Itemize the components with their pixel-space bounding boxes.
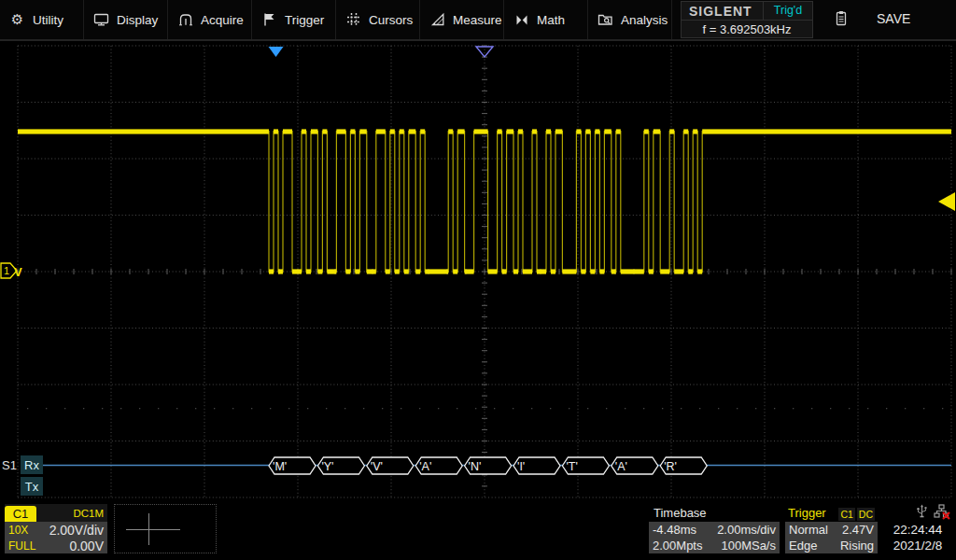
channel-panel-c1[interactable]: C1 DC1M 10X 2.00V/div FULL 0.00V xyxy=(5,504,107,553)
logo-row: SIGLENT Trig'd xyxy=(682,2,812,21)
save-label: SAVE xyxy=(877,11,910,26)
decode-frame-value: 'M' xyxy=(273,460,287,473)
trigger-slope: Rising xyxy=(840,539,874,553)
channel-coupling: DC1M xyxy=(73,508,107,519)
decode-frame-value: 'I' xyxy=(517,460,525,473)
brand-logo: SIGLENT xyxy=(682,4,763,19)
channel-badge[interactable]: C1 xyxy=(5,506,36,522)
grid-cursor-icon xyxy=(345,12,361,28)
status-bar: C1 DC1M 10X 2.00V/div FULL 0.00V Timebas… xyxy=(0,501,956,560)
horizontal-reference-marker xyxy=(476,47,493,57)
menu-item-analysis[interactable]: Analysis xyxy=(588,0,672,39)
trigger-source: C1 xyxy=(838,508,854,521)
bandwidth-limit: FULL xyxy=(8,539,35,553)
decode-frame: 'N' xyxy=(465,457,512,474)
timebase-title: Timebase xyxy=(649,504,780,522)
crosshair-icon xyxy=(126,529,180,530)
menu-item-math[interactable]: Math xyxy=(504,0,588,39)
decode-frame: 'A' xyxy=(612,457,658,474)
empty-channel-slot[interactable] xyxy=(114,504,217,553)
menu-item-display[interactable]: Display xyxy=(84,0,168,39)
timebase-panel[interactable]: Timebase -4.48ms 2.00ms/div 2.00Mpts 100… xyxy=(649,504,780,553)
tx-label: Tx xyxy=(25,480,39,494)
folder-search-icon xyxy=(598,12,613,28)
c1-trace xyxy=(18,129,951,273)
menu-item-label: Measure xyxy=(453,13,502,27)
scope-graticule: 'M''Y''V''A''N''I''T''A''R'S1RxTx1V xyxy=(0,0,956,501)
channel-zero-marker[interactable]: 1V xyxy=(1,263,22,279)
gear-icon: ⚙ xyxy=(9,12,25,28)
menu-items: ⚙UtilityDisplayAcquireTriggerCursorsMeas… xyxy=(0,0,672,39)
trigger-status-badge: Trig'd xyxy=(763,2,812,20)
decode-frame-value: 'Y' xyxy=(321,460,333,473)
decode-frame-value: 'R' xyxy=(664,460,677,473)
trigger-position-marker[interactable] xyxy=(269,47,284,57)
menu-bar: ⚙UtilityDisplayAcquireTriggerCursorsMeas… xyxy=(0,0,956,41)
trigger-level: 2.47V xyxy=(842,523,874,537)
decode-bus-s1: 'M''Y''V''A''N''I''T''A''R'S1RxTx xyxy=(2,455,951,496)
menu-item-measure[interactable]: Measure xyxy=(420,0,504,39)
menu-item-label: Analysis xyxy=(621,13,668,27)
vertical-scale: 2.00V/div xyxy=(49,523,104,538)
menu-item-label: Utility xyxy=(33,13,63,27)
decode-frame-value: 'A' xyxy=(615,460,627,473)
decode-frame: 'T' xyxy=(562,457,609,474)
save-button[interactable]: SAVE xyxy=(825,0,956,37)
menu-item-label: Cursors xyxy=(369,13,413,27)
waveform-display[interactable]: 'M''Y''V''A''N''I''T''A''R'S1RxTx1V xyxy=(0,0,956,501)
trigger-frequency-readout: f = 3.692503kHz xyxy=(682,21,812,38)
menu-item-cursors[interactable]: Cursors xyxy=(336,0,420,39)
usb-icon xyxy=(915,504,929,521)
trigger-source-chips: C1DC xyxy=(836,505,875,522)
decode-frame: 'M' xyxy=(269,457,316,474)
decode-frame-value: 'V' xyxy=(371,460,383,473)
logo-block: SIGLENT Trig'd f = 3.692503kHz xyxy=(681,1,813,38)
lan-disconnected-icon xyxy=(934,504,950,521)
graticule-grid xyxy=(18,46,951,497)
clock-time: 22:24:44 xyxy=(883,523,952,537)
menu-item-acquire[interactable]: Acquire xyxy=(168,0,252,39)
vertical-offset: 0.00V xyxy=(69,539,104,553)
channel-body: 10X 2.00V/div FULL 0.00V xyxy=(5,522,107,553)
trigger-panel[interactable]: Trigger C1DC Normal 2.47V Edge Rising xyxy=(785,504,878,553)
monitor-icon xyxy=(93,12,109,28)
crosshair-icon xyxy=(148,513,149,545)
flag-icon xyxy=(261,12,277,28)
markers: 1V xyxy=(1,47,955,279)
trigger-title: Trigger xyxy=(788,506,826,520)
menu-item-label: Display xyxy=(117,13,158,27)
menu-item-utility[interactable]: ⚙Utility xyxy=(0,0,84,39)
menu-item-label: Trigger xyxy=(285,13,324,27)
memory-depth: 2.00Mpts xyxy=(653,539,702,553)
sample-rate: 100MSa/s xyxy=(721,539,776,553)
decode-frame: 'A' xyxy=(415,457,462,474)
trigger-type: Edge xyxy=(789,539,817,553)
menu-item-label: Math xyxy=(537,13,565,27)
channel-zero-label: 1 xyxy=(4,265,9,276)
trigger-level-marker[interactable] xyxy=(938,192,955,211)
decode-frame: 'I' xyxy=(513,457,560,474)
decode-frame-value: 'T' xyxy=(566,460,577,473)
timebase-scale: 2.00ms/div xyxy=(717,523,776,537)
oscilloscope-screen: 'M''Y''V''A''N''I''T''A''R'S1RxTx1V ⚙Uti… xyxy=(0,0,956,560)
trigger-mode: Normal xyxy=(789,523,828,537)
arch-icon xyxy=(177,12,193,28)
clock-date: 2021/2/8 xyxy=(883,539,952,553)
clipboard-icon xyxy=(833,11,849,27)
decode-frame: 'R' xyxy=(660,457,707,474)
decode-frame-value: 'N' xyxy=(469,460,482,473)
channel-zero-unit: V xyxy=(14,265,22,279)
rx-label: Rx xyxy=(24,458,39,472)
menu-item-trigger[interactable]: Trigger xyxy=(252,0,336,39)
menu-item-label: Acquire xyxy=(201,13,244,27)
decode-frame: 'Y' xyxy=(317,457,364,474)
trigger-coupling: DC xyxy=(857,508,875,521)
bowtie-icon xyxy=(513,12,529,28)
decode-frame: 'V' xyxy=(367,457,414,474)
bus-label-s1[interactable]: S1 xyxy=(2,458,17,472)
set-square-icon xyxy=(429,12,445,28)
channel-header: C1 DC1M xyxy=(5,504,107,522)
decode-frame-value: 'A' xyxy=(419,460,431,473)
probe-attenuation: 10X xyxy=(8,524,28,537)
system-info: 22:24:44 2021/2/8 xyxy=(883,501,952,557)
